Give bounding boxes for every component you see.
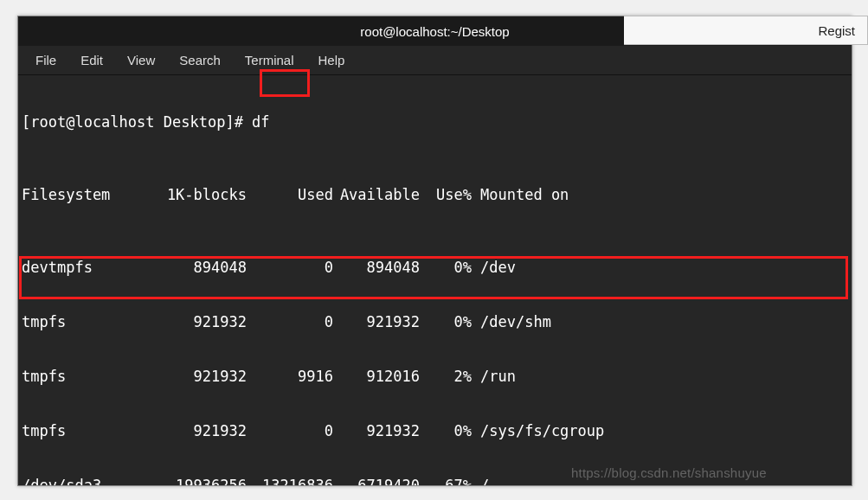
window-title: root@localhost:~/Desktop (360, 24, 509, 39)
table-row: devtmpfs89404808940480%/dev (22, 259, 848, 277)
menu-help[interactable]: Help (308, 49, 356, 71)
background-tab[interactable]: Regist (624, 16, 868, 45)
shell-prompt: [root@localhost Desktop]# (22, 113, 252, 131)
menu-view[interactable]: View (117, 49, 165, 71)
menu-bar: File Edit View Search Terminal Help (18, 46, 852, 75)
menu-file[interactable]: File (25, 49, 67, 71)
watermark: https://blog.csdn.net/shanshuyue (571, 465, 767, 480)
hdr-used: Used (247, 186, 333, 204)
hdr-blocks: 1K-blocks (143, 186, 247, 204)
prompt-line: [root@localhost Desktop]# df (22, 113, 848, 131)
terminal-window: root@localhost:~/Desktop File Edit View … (17, 16, 852, 486)
background-tab-label: Regist (818, 23, 855, 38)
terminal-output[interactable]: [root@localhost Desktop]# df Filesystem1… (18, 75, 852, 485)
table-row: tmpfs92193299169120162%/run (22, 368, 848, 386)
hdr-filesystem: Filesystem (22, 186, 143, 204)
table-row: tmpfs92193209219320%/sys/fs/cgroup (22, 422, 848, 440)
df-header-row: Filesystem1K-blocksUsedAvailableUse%Moun… (22, 186, 848, 204)
table-row: tmpfs92193209219320%/dev/shm (22, 313, 848, 331)
hdr-use-pct: Use% (420, 186, 472, 204)
hdr-available: Available (333, 186, 420, 204)
hdr-mounted-on: Mounted on (472, 186, 569, 204)
menu-search[interactable]: Search (169, 49, 231, 71)
command: df (252, 113, 269, 131)
menu-terminal[interactable]: Terminal (235, 49, 305, 71)
menu-edit[interactable]: Edit (70, 49, 113, 71)
